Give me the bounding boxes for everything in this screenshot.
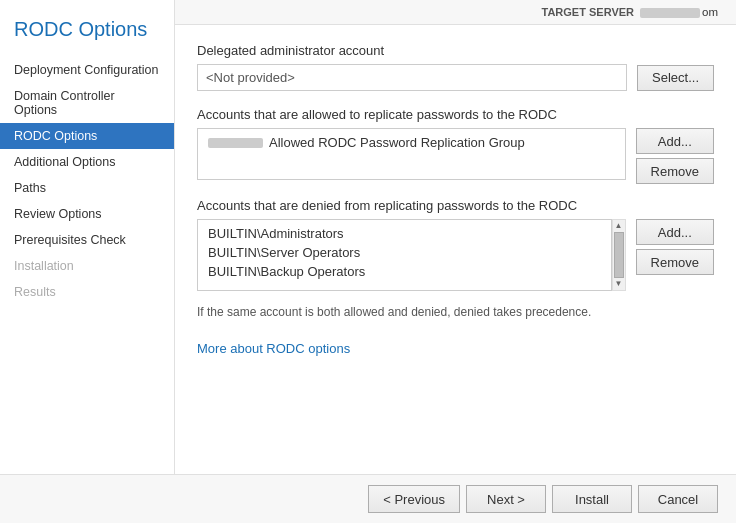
scroll-thumb[interactable] — [614, 232, 624, 278]
server-name-redacted — [640, 8, 700, 18]
sidebar-item-installation: Installation — [0, 253, 174, 279]
denied-section-label: Accounts that are denied from replicatin… — [197, 198, 714, 213]
scroll-down-arrow[interactable]: ▼ — [615, 280, 623, 288]
sidebar-item-deployment[interactable]: Deployment Configuration — [0, 57, 174, 83]
next-button[interactable]: Next > — [466, 485, 546, 513]
account-redacted — [208, 138, 263, 148]
delegated-row: <Not provided> Select... — [197, 64, 714, 91]
note-text: If the same account is both allowed and … — [197, 305, 714, 319]
scrollbar[interactable]: ▲ ▼ — [612, 219, 626, 291]
content-area: TARGET SERVER om Delegated administrator… — [175, 0, 736, 474]
list-item: BUILTIN\Administrators — [204, 224, 605, 243]
list-item: Allowed RODC Password Replication Group — [204, 133, 619, 152]
sidebar-item-dc-options[interactable]: Domain Controller Options — [0, 83, 174, 123]
allowed-section-label: Accounts that are allowed to replicate p… — [197, 107, 714, 122]
sidebar: RODC Options Deployment Configuration Do… — [0, 0, 175, 474]
previous-button[interactable]: < Previous — [368, 485, 460, 513]
allowed-remove-button[interactable]: Remove — [636, 158, 714, 184]
list-item: BUILTIN\Backup Operators — [204, 262, 605, 281]
sidebar-item-rodc-options[interactable]: RODC Options — [0, 123, 174, 149]
select-button[interactable]: Select... — [637, 65, 714, 91]
sidebar-item-paths[interactable]: Paths — [0, 175, 174, 201]
list-item: BUILTIN\Server Operators — [204, 243, 605, 262]
rodc-options-link[interactable]: More about RODC options — [197, 341, 350, 356]
allowed-section: Accounts that are allowed to replicate p… — [197, 107, 714, 184]
target-server-value: om — [640, 6, 718, 18]
scroll-up-arrow[interactable]: ▲ — [615, 222, 623, 230]
install-button[interactable]: Install — [552, 485, 632, 513]
main-container: RODC Options Deployment Configuration Do… — [0, 0, 736, 474]
sidebar-item-additional-options[interactable]: Additional Options — [0, 149, 174, 175]
denied-listbox[interactable]: BUILTIN\Administrators BUILTIN\Server Op… — [197, 219, 612, 291]
footer: < Previous Next > Install Cancel — [0, 474, 736, 523]
denied-add-button[interactable]: Add... — [636, 219, 714, 245]
denied-remove-button[interactable]: Remove — [636, 249, 714, 275]
allowed-add-button[interactable]: Add... — [636, 128, 714, 154]
sidebar-item-results: Results — [0, 279, 174, 305]
sidebar-title: RODC Options — [0, 0, 174, 57]
target-server-bar: TARGET SERVER om — [175, 0, 736, 25]
delegated-value: <Not provided> — [197, 64, 627, 91]
allowed-btn-group: Add... Remove — [636, 128, 714, 184]
sidebar-item-prerequisites[interactable]: Prerequisites Check — [0, 227, 174, 253]
denied-btn-group: Add... Remove — [636, 219, 714, 275]
sidebar-item-review-options[interactable]: Review Options — [0, 201, 174, 227]
target-server-label: TARGET SERVER — [542, 6, 635, 18]
denied-listbox-row: BUILTIN\Administrators BUILTIN\Server Op… — [197, 219, 714, 291]
delegated-section-label: Delegated administrator account — [197, 43, 714, 58]
allowed-listbox[interactable]: Allowed RODC Password Replication Group — [197, 128, 626, 180]
denied-listbox-with-scroll: BUILTIN\Administrators BUILTIN\Server Op… — [197, 219, 626, 291]
cancel-button[interactable]: Cancel — [638, 485, 718, 513]
allowed-listbox-row: Allowed RODC Password Replication Group … — [197, 128, 714, 184]
denied-section: Accounts that are denied from replicatin… — [197, 198, 714, 291]
content-body: Delegated administrator account <Not pro… — [175, 25, 736, 474]
